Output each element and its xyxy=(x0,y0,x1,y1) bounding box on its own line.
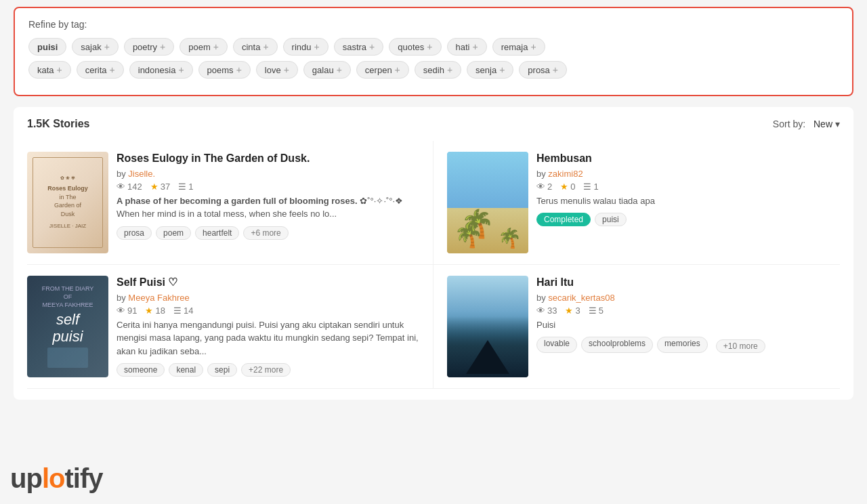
stars-count-h: 0 xyxy=(570,182,575,192)
story-cover-roses-eulogy: ✿ ❀ ✾ Roses Eulogy in The Garden of Dusk… xyxy=(27,152,108,253)
tag-row-1: puisi sajak + poetry + poem + cinta + ri… xyxy=(28,38,839,56)
stories-header: 1.5K Stories Sort by: New ▾ xyxy=(27,118,840,130)
star-icon: ★ xyxy=(150,182,158,192)
tag-row-2: kata + cerita + indonesia + poems + love… xyxy=(28,61,839,79)
tag-chip-cerpen[interactable]: cerpen + xyxy=(356,61,409,79)
story-info-hari-itu: Hari Itu by secarik_kertas08 👁 33 ★ 3 ☰ xyxy=(536,276,840,377)
tag-sepi[interactable]: sepi xyxy=(207,363,237,377)
story-title-hari-itu[interactable]: Hari Itu xyxy=(536,276,840,290)
tag-chip-indonesia[interactable]: indonesia + xyxy=(129,61,193,79)
story-title-self-puisi[interactable]: Self Puisi ♡ xyxy=(117,276,419,290)
tag-someone[interactable]: someone xyxy=(117,363,165,377)
story-card-hari-itu[interactable]: Hari Itu by secarik_kertas08 👁 33 ★ 3 ☰ xyxy=(434,265,840,389)
tag-prosa[interactable]: prosa xyxy=(117,226,152,240)
views-stat: 👁 142 xyxy=(117,182,142,192)
chapters-stat-h: ☰ 1 xyxy=(583,182,598,192)
story-info-hembusan: Hembusan by zakimi82 👁 2 ★ 0 ☰ xyxy=(536,152,840,253)
views-stat-sp: 👁 91 xyxy=(117,306,137,316)
chapters-count-hi: 5 xyxy=(599,306,604,316)
star-icon-sp: ★ xyxy=(145,306,153,316)
story-info-roses: Roses Eulogy in The Garden of Dusk. by J… xyxy=(117,152,419,253)
sort-by-value: New xyxy=(813,119,832,129)
story-stats-hi: 👁 33 ★ 3 ☰ 5 xyxy=(536,306,840,316)
story-cover-hari-itu xyxy=(447,276,528,377)
tag-chip-senja[interactable]: senja + xyxy=(467,61,513,79)
cover-top-text: FROM THE DIARY OFMEEYA FAKHREE xyxy=(34,285,102,309)
story-card-hembusan[interactable]: 🌴 🌴 Hembusan by zakimi82 👁 2 ★ xyxy=(434,141,840,265)
story-card-roses-eulogy[interactable]: ✿ ❀ ✾ Roses Eulogy in The Garden of Dusk… xyxy=(27,141,434,265)
tag-completed[interactable]: Completed xyxy=(536,213,591,226)
story-title-roses[interactable]: Roses Eulogy in The Garden of Dusk. xyxy=(117,152,419,166)
tag-chip-sajak[interactable]: sajak + xyxy=(72,38,119,56)
list-icon-h: ☰ xyxy=(583,182,591,192)
story-card-self-puisi[interactable]: FROM THE DIARY OFMEEYA FAKHREE selfpuisi… xyxy=(27,265,434,389)
story-author-roses: by Jiselle. xyxy=(117,169,419,179)
story-stats-sp: 👁 91 ★ 18 ☰ 14 xyxy=(117,306,419,316)
story-cover-self-puisi: FROM THE DIARY OFMEEYA FAKHREE selfpuisi xyxy=(27,276,108,377)
tag-lovable[interactable]: lovable xyxy=(536,337,577,353)
tag-chip-sedih[interactable]: sedih + xyxy=(415,61,461,79)
tag-chip-love[interactable]: love + xyxy=(256,61,298,79)
tag-chip-cerita[interactable]: cerita + xyxy=(77,61,124,79)
views-stat-hi: 👁 33 xyxy=(536,306,557,316)
tag-puisi-h[interactable]: puisi xyxy=(595,213,627,226)
chapters-stat-sp: ☰ 14 xyxy=(173,306,193,316)
eye-icon-hi: 👁 xyxy=(536,306,545,316)
tag-heartfelt[interactable]: heartfelt xyxy=(195,226,239,240)
cover-text: ✿ ❀ ✾ Roses Eulogy in The Garden of Dusk… xyxy=(41,161,95,243)
tag-chip-poetry[interactable]: poetry + xyxy=(124,38,174,56)
tag-chip-galau[interactable]: galau + xyxy=(303,61,351,79)
tag-memories[interactable]: memories xyxy=(657,337,708,353)
list-icon-hi: ☰ xyxy=(589,306,597,316)
story-author-self-puisi: by Meeya Fakhree xyxy=(117,293,419,303)
author-name-hi[interactable]: secarik_kertas08 xyxy=(548,293,614,303)
tag-chip-poem[interactable]: poem + xyxy=(179,38,228,56)
story-description-hi: Puisi xyxy=(536,318,840,332)
tag-chip-sastra[interactable]: sastra + xyxy=(334,38,384,56)
story-title-hembusan[interactable]: Hembusan xyxy=(536,152,840,166)
tag-chip-quotes[interactable]: quotes + xyxy=(389,38,441,56)
chapters-count-sp: 14 xyxy=(184,306,193,316)
chapters-count-h: 1 xyxy=(593,182,598,192)
tag-chip-prosa[interactable]: prosa + xyxy=(519,61,567,79)
tag-chip-poems[interactable]: poems + xyxy=(198,61,251,79)
tag-more[interactable]: +6 more xyxy=(243,226,288,240)
story-tags-roses: prosa poem heartfelt +6 more xyxy=(117,226,419,240)
stars-count: 37 xyxy=(161,182,170,192)
tag-chip-hati[interactable]: hati + xyxy=(447,38,487,56)
author-name-sp[interactable]: Meeya Fakhree xyxy=(128,293,189,303)
tag-kenal[interactable]: kenal xyxy=(169,363,203,377)
author-name-hembusan[interactable]: zakimi82 xyxy=(548,169,583,179)
cover-main-text: selfpuisi xyxy=(52,312,83,344)
story-stats-roses: 👁 142 ★ 37 ☰ 1 xyxy=(117,182,419,192)
sort-by-control[interactable]: Sort by: New ▾ xyxy=(773,119,840,129)
tag-schoolproblems[interactable]: schoolproblems xyxy=(581,337,653,353)
refine-by-tag-section: Refine by tag: puisi sajak + poetry + po… xyxy=(14,7,853,96)
tag-chip-cinta[interactable]: cinta + xyxy=(233,38,278,56)
chapters-stat-hi: ☰ 5 xyxy=(589,306,604,316)
stars-stat: ★ 37 xyxy=(150,182,170,192)
tag-more-sp[interactable]: +22 more xyxy=(241,363,291,377)
story-author-hari-itu: by secarik_kertas08 xyxy=(536,293,840,303)
eye-icon: 👁 xyxy=(117,182,125,192)
tag-chip-kata[interactable]: kata + xyxy=(28,61,71,79)
views-count-hi: 33 xyxy=(547,306,557,316)
tag-more-hi[interactable]: +10 more xyxy=(716,339,765,353)
list-icon: ☰ xyxy=(178,182,186,192)
eye-icon-h: 👁 xyxy=(536,182,545,192)
author-name[interactable]: Jiselle. xyxy=(128,169,155,179)
tag-poem[interactable]: poem xyxy=(156,226,191,240)
sort-by-label: Sort by: xyxy=(773,119,805,129)
story-info-self-puisi: Self Puisi ♡ by Meeya Fakhree 👁 91 ★ 18 … xyxy=(117,276,419,377)
star-icon-h: ★ xyxy=(560,182,568,192)
list-icon-sp: ☰ xyxy=(173,306,182,316)
tag-chip-remaja[interactable]: remaja + xyxy=(492,38,545,56)
story-description-roses: A phase of her becoming a garden full of… xyxy=(117,194,419,221)
chapters-stat: ☰ 1 xyxy=(178,182,193,192)
stars-stat-sp: ★ 18 xyxy=(145,306,165,316)
tag-chip-rindu[interactable]: rindu + xyxy=(283,38,329,56)
refine-label: Refine by tag: xyxy=(28,19,839,30)
chevron-down-icon: ▾ xyxy=(835,119,840,129)
views-count-sp: 91 xyxy=(127,306,137,316)
tag-chip-puisi[interactable]: puisi xyxy=(28,38,66,56)
